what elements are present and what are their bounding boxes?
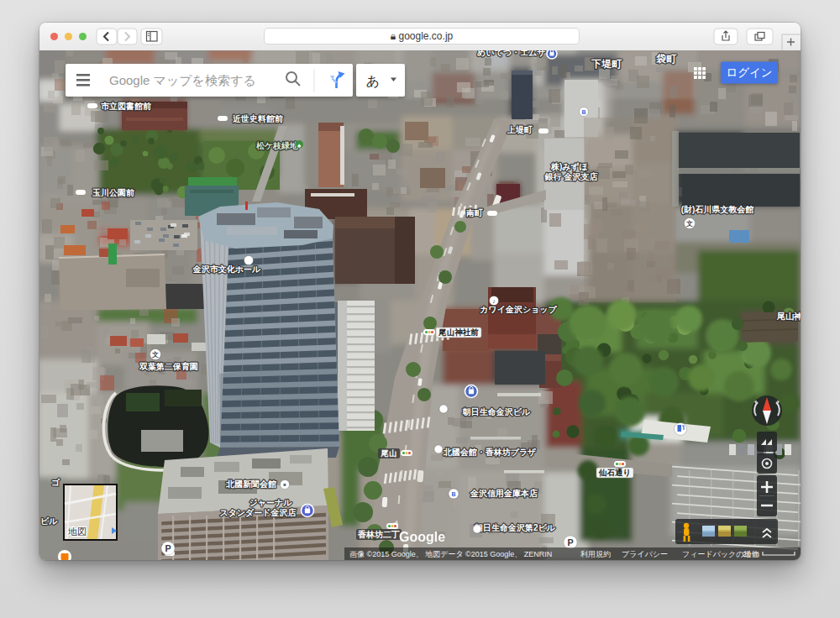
- svg-text:あ: あ: [366, 74, 380, 88]
- svg-text:ログイン: ログイン: [726, 66, 772, 79]
- svg-text:Google マップを検索する: Google マップを検索する: [109, 73, 256, 87]
